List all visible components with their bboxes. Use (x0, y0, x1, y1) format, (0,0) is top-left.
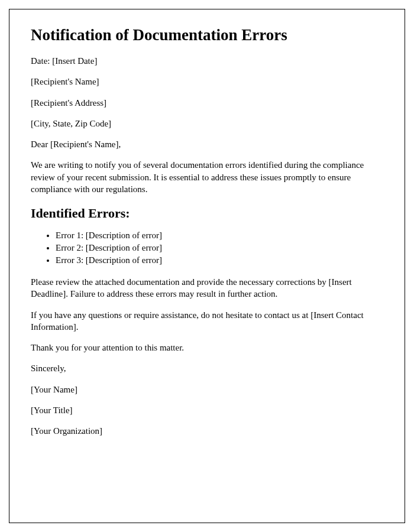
list-item: Error 3: [Description of error] (56, 254, 383, 267)
review-paragraph: Please review the attached documentation… (31, 276, 383, 300)
closing: Sincerely, (31, 362, 383, 374)
errors-heading: Identified Errors: (31, 206, 383, 221)
document-title: Notification of Documentation Errors (31, 26, 383, 44)
recipient-name: [Recipient's Name] (31, 76, 383, 87)
contact-paragraph: If you have any questions or require ass… (31, 309, 383, 333)
date-line: Date: [Insert Date] (31, 55, 383, 67)
sender-org: [Your Organization] (31, 425, 383, 437)
sender-title: [Your Title] (31, 404, 383, 416)
list-item: Error 2: [Description of error] (56, 242, 383, 254)
list-item: Error 1: [Description of error] (56, 229, 383, 242)
recipient-address: [Recipient's Address] (31, 97, 383, 109)
sender-name: [Your Name] (31, 384, 383, 395)
document-page: Notification of Documentation Errors Dat… (9, 9, 405, 523)
intro-paragraph: We are writing to notify you of several … (31, 159, 383, 195)
errors-list: Error 1: [Description of error] Error 2:… (56, 229, 383, 267)
recipient-city: [City, State, Zip Code] (31, 118, 383, 129)
salutation: Dear [Recipient's Name], (31, 138, 383, 150)
thanks: Thank you for your attention to this mat… (31, 342, 383, 353)
